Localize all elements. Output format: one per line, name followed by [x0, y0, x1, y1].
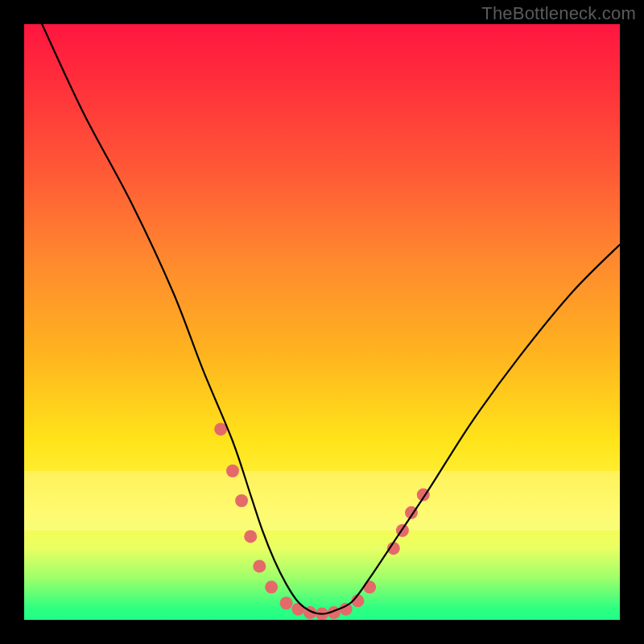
highlight-dot — [363, 580, 376, 593]
highlight-dot — [291, 603, 304, 616]
highlight-dot — [244, 530, 257, 543]
bottleneck-curve-path — [42, 24, 620, 614]
curve-layer — [24, 24, 620, 620]
plot-area — [24, 24, 620, 620]
highlight-dot — [253, 559, 266, 572]
highlight-dot — [340, 603, 353, 616]
chart-frame: TheBottleneck.com — [0, 0, 644, 644]
highlight-dot — [265, 580, 278, 593]
watermark-text: TheBottleneck.com — [481, 3, 636, 24]
highlight-dot — [226, 464, 239, 477]
highlight-dot — [280, 597, 293, 609]
dots-group — [214, 423, 430, 620]
highlight-dot — [235, 494, 248, 507]
